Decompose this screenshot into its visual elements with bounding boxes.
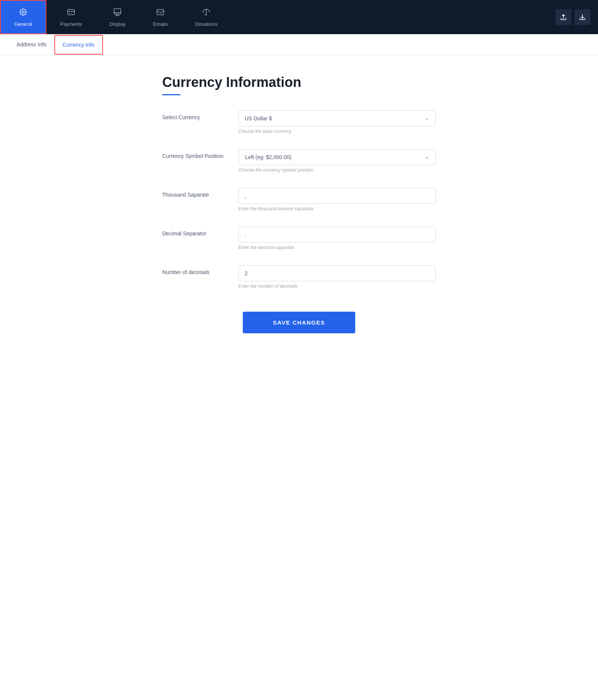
top-nav: General Payments Display Emails [0,0,598,34]
hint-symbol-position: Choose the currency symbol position [239,167,436,173]
select-wrapper-position: Left (eg: $2,000.00) Right (eg: 2,000.00… [239,149,436,165]
umbrella-icon [202,8,211,18]
form-group-select-currency: Select Currency US Dollar $ Euro € Briti… [162,110,436,134]
form-group-decimal-separator: Decimal Separator Enter the decimal sapa… [162,227,436,250]
nav-item-payments[interactable]: Payments [46,0,96,34]
main-content: Currency Information Select Currency US … [0,55,598,700]
input-number-decimals[interactable] [238,265,436,281]
field-wrap-number-decimals: Enter the number of decimals [238,265,436,289]
nav-label-payments: Payments [60,21,82,27]
title-underline [162,94,180,95]
page-title: Currency Information [162,74,436,90]
select-symbol-position[interactable]: Left (eg: $2,000.00) Right (eg: 2,000.00… [239,149,436,165]
form-group-symbol-position: Currency Symbol Position Left (eg: $2,00… [162,149,436,173]
sub-nav-item-address[interactable]: Address Info [9,35,54,54]
upload-icon [560,13,567,21]
form-container: Currency Information Select Currency US … [147,74,451,348]
label-thousand-separator: Thousand Saparate [162,188,223,198]
nav-label-display: Display [109,21,126,27]
form-group-thousand-separator: Thousand Saparate Enter the thousand amo… [162,188,436,211]
field-wrap-thousand-separator: Enter the thousand amount saparator [238,188,436,211]
nav-item-donations[interactable]: Donations [182,0,231,34]
field-wrap-select-currency: US Dollar $ Euro € British Pound £ Choos… [238,110,436,134]
field-wrap-symbol-position: Left (eg: $2,000.00) Right (eg: 2,000.00… [239,149,436,173]
mail-icon [156,8,165,18]
nav-label-emails: Emails [153,21,168,27]
label-select-currency: Select Currency [162,110,223,120]
hint-thousand-separator: Enter the thousand amount saparator [238,206,436,211]
download-icon [579,13,586,21]
label-symbol-position: Currency Symbol Position [162,149,223,159]
credit-card-icon [66,8,76,18]
gear-icon [19,8,28,18]
download-button[interactable] [574,9,590,25]
nav-actions [555,0,598,34]
monitor-icon [113,8,122,18]
sub-nav-item-currency[interactable]: Currency Info [54,35,103,55]
input-thousand-separator[interactable] [238,188,436,204]
select-wrapper-currency: US Dollar $ Euro € British Pound £ [238,110,436,126]
save-section: SAVE CHANGES [162,312,436,348]
nav-label-donations: Donations [195,21,218,27]
field-wrap-decimal-separator: Enter the decimal saparator [238,227,436,250]
input-decimal-separator[interactable] [238,227,436,243]
nav-item-general[interactable]: General [0,0,46,34]
nav-item-emails[interactable]: Emails [139,0,182,34]
hint-number-decimals: Enter the number of decimals [238,284,436,289]
hint-decimal-separator: Enter the decimal saparator [238,245,436,250]
nav-label-general: General [14,21,32,27]
select-currency[interactable]: US Dollar $ Euro € British Pound £ [238,110,436,126]
label-number-decimals: Number of decimals [162,265,223,275]
save-button[interactable]: SAVE CHANGES [243,312,356,333]
sub-nav: Address Info Currency Info [0,34,598,55]
nav-item-display[interactable]: Display [96,0,139,34]
upload-button[interactable] [555,9,571,25]
hint-select-currency: Choose the base currency [238,129,436,134]
form-group-number-decimals: Number of decimals Enter the number of d… [162,265,436,289]
label-decimal-separator: Decimal Separator [162,227,223,236]
